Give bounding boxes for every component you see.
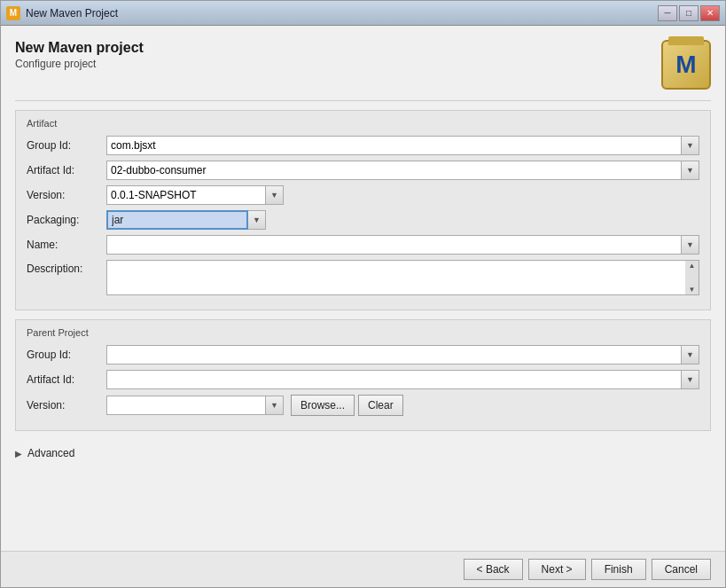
name-input[interactable] [106, 235, 682, 255]
chevron-down-icon: ▼ [686, 375, 694, 384]
scroll-down-arrow[interactable]: ▼ [688, 285, 697, 294]
minimize-button[interactable]: ─ [658, 5, 677, 21]
group-id-label: Group Id: [27, 139, 106, 152]
artifact-id-dropdown-btn[interactable]: ▼ [682, 161, 699, 180]
group-id-dropdown-btn[interactable]: ▼ [682, 136, 699, 155]
bottom-bar: < Back Next > Finish Cancel [1, 551, 725, 587]
browse-button[interactable]: Browse... [291, 395, 355, 416]
version-wrapper: ▼ [106, 185, 284, 205]
chevron-down-icon: ▼ [270, 191, 278, 200]
description-row: Description: ▲ ▼ [27, 260, 699, 295]
maven-icon-container: M [661, 40, 711, 90]
parent-version-wrapper: ▼ [106, 396, 284, 415]
next-button[interactable]: Next > [528, 559, 586, 580]
chevron-down-icon: ▼ [686, 141, 694, 150]
header-section: New Maven project Configure project M [15, 40, 711, 90]
parent-group-id-wrapper: ▼ [106, 345, 699, 365]
parent-group-id-dropdown-btn[interactable]: ▼ [682, 345, 699, 365]
maven-logo: M [661, 40, 711, 90]
parent-version-input[interactable] [106, 396, 266, 415]
clear-button[interactable]: Clear [358, 395, 403, 416]
advanced-label: Advanced [27, 447, 74, 459]
dialog-content: New Maven project Configure project M Ar… [1, 26, 725, 551]
restore-icon: □ [686, 8, 691, 18]
group-id-input[interactable] [106, 136, 682, 155]
parent-section: Parent Project Group Id: ▼ Artifact Id: … [15, 319, 711, 431]
chevron-down-icon: ▼ [686, 350, 694, 359]
main-title: New Maven project [15, 40, 144, 56]
packaging-wrapper: ▼ [106, 210, 266, 230]
triangle-right-icon: ▶ [15, 449, 22, 459]
parent-group-id-label: Group Id: [27, 349, 106, 361]
description-label: Description: [27, 260, 106, 275]
artifact-id-wrapper: ▼ [106, 161, 699, 180]
packaging-label: Packaging: [27, 214, 106, 226]
packaging-input[interactable] [106, 210, 248, 230]
version-row: Version: ▼ [27, 185, 699, 205]
name-row: Name: ▼ [27, 235, 699, 255]
parent-artifact-id-wrapper: ▼ [106, 370, 699, 389]
parent-artifact-id-row: Artifact Id: ▼ [27, 370, 699, 389]
parent-group-id-input[interactable] [106, 345, 682, 365]
artifact-section-label: Artifact [27, 118, 699, 129]
parent-group-id-row: Group Id: ▼ [27, 345, 699, 365]
artifact-id-label: Artifact Id: [27, 164, 106, 176]
advanced-section[interactable]: ▶ Advanced [15, 440, 711, 466]
name-dropdown-btn[interactable]: ▼ [682, 235, 699, 255]
version-input[interactable] [106, 185, 266, 205]
back-button[interactable]: < Back [464, 559, 523, 580]
artifact-section: Artifact Group Id: ▼ Artifact Id: ▼ [15, 110, 711, 310]
artifact-id-input[interactable] [106, 161, 682, 180]
packaging-row: Packaging: ▼ [27, 210, 699, 230]
close-icon: ✕ [706, 8, 714, 18]
version-label: Version: [27, 189, 106, 201]
description-wrapper: ▲ ▼ [106, 260, 699, 295]
version-dropdown-btn[interactable]: ▼ [266, 185, 284, 205]
minimize-icon: ─ [664, 8, 670, 18]
scroll-up-arrow[interactable]: ▲ [688, 261, 697, 270]
parent-version-label: Version: [27, 399, 106, 412]
close-button[interactable]: ✕ [700, 5, 720, 21]
chevron-down-icon: ▼ [686, 240, 694, 249]
cancel-button[interactable]: Cancel [652, 559, 711, 580]
chevron-down-icon: ▼ [686, 166, 694, 175]
header-text: New Maven project Configure project [15, 40, 144, 70]
chevron-down-icon: ▼ [270, 401, 278, 410]
description-scrollbar: ▲ ▼ [685, 260, 699, 295]
app-icon: M [6, 6, 20, 20]
description-input[interactable] [106, 260, 699, 295]
parent-section-label: Parent Project [27, 327, 699, 338]
chevron-down-icon: ▼ [253, 216, 261, 224]
artifact-id-row: Artifact Id: ▼ [27, 161, 699, 180]
restore-button[interactable]: □ [679, 5, 699, 21]
group-id-row: Group Id: ▼ [27, 136, 699, 155]
finish-button[interactable]: Finish [591, 559, 646, 580]
subtitle: Configure project [15, 58, 144, 70]
parent-artifact-id-label: Artifact Id: [27, 373, 106, 386]
group-id-wrapper: ▼ [106, 136, 699, 155]
name-wrapper: ▼ [106, 235, 699, 255]
title-bar: M New Maven Project ─ □ ✕ [1, 1, 725, 26]
parent-version-row: Version: ▼ Browse... Clear [27, 395, 699, 416]
window-title: New Maven Project [26, 7, 658, 20]
parent-version-dropdown-btn[interactable]: ▼ [266, 396, 284, 415]
window-controls: ─ □ ✕ [658, 5, 720, 21]
parent-artifact-id-dropdown-btn[interactable]: ▼ [682, 370, 699, 389]
name-label: Name: [27, 239, 106, 251]
main-window: M New Maven Project ─ □ ✕ New Maven proj… [0, 0, 726, 588]
parent-artifact-id-input[interactable] [106, 370, 682, 389]
header-divider [15, 100, 711, 101]
packaging-dropdown-btn[interactable]: ▼ [248, 210, 266, 230]
